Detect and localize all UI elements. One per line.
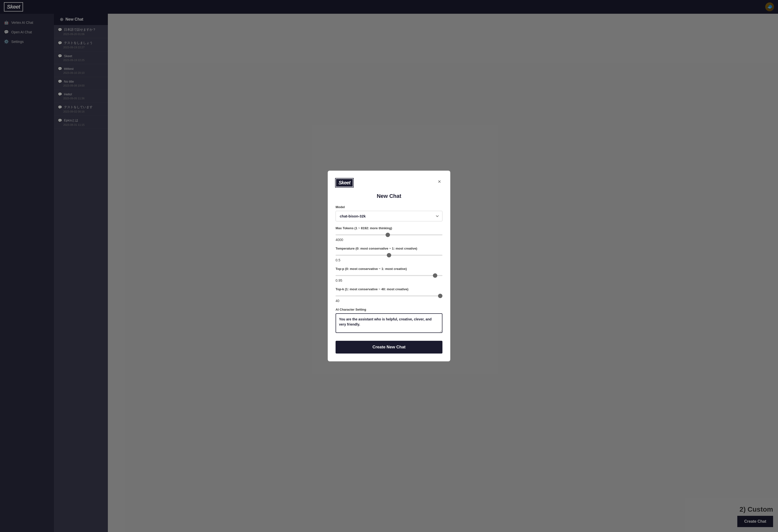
modal-overlay[interactable]: Skeet × New Chat Model chat-bison-32k ch… <box>0 0 323 221</box>
